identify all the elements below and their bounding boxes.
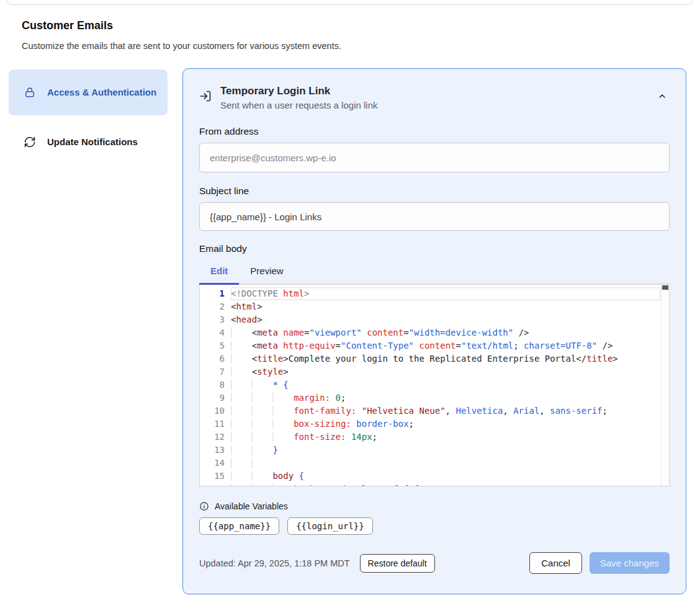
email-body-tabs: Edit Preview xyxy=(199,261,670,285)
code-line[interactable]: <meta http-equiv="Content-Type" content=… xyxy=(231,339,660,352)
variable-chip-login-url[interactable]: {{login_url}} xyxy=(287,517,373,535)
subject-line-label: Subject line xyxy=(199,186,670,197)
temporary-login-link-panel: Temporary Login Link Sent when a user re… xyxy=(182,68,686,594)
subject-line-input[interactable] xyxy=(199,202,670,231)
code-line[interactable]: <style> xyxy=(231,365,660,378)
restore-default-button[interactable]: Restore default xyxy=(360,554,435,573)
code-line[interactable]: body { xyxy=(231,470,660,483)
sidebar-item-access-authentication[interactable]: Access & Authentication xyxy=(9,69,168,115)
code-line[interactable]: } xyxy=(231,444,660,457)
code-line[interactable]: font-family: "Helvetica Neue", Helvetica… xyxy=(231,405,660,418)
updated-timestamp: Updated: Apr 29, 2025, 1:18 PM MDT xyxy=(199,558,350,568)
collapse-button[interactable] xyxy=(655,89,670,104)
code-line[interactable]: <title>Complete your login to the Replic… xyxy=(231,352,660,365)
code-line[interactable]: margin: 0; xyxy=(231,391,660,405)
panel-footer: Updated: Apr 29, 2025, 1:18 PM MDT Resto… xyxy=(199,552,670,574)
editor-gutter: 12345678910111213141516 xyxy=(200,287,225,486)
from-address-input[interactable] xyxy=(199,143,670,172)
page-title: Customer Emails xyxy=(22,19,113,32)
refresh-icon xyxy=(24,136,36,148)
code-line[interactable] xyxy=(231,457,660,470)
panel-subtitle: Sent when a user requests a login link xyxy=(220,99,377,112)
sidebar-item-label: Update Notifications xyxy=(47,135,138,150)
code-line[interactable]: font-size: 14px; xyxy=(231,431,660,444)
code-line[interactable]: background-color: #f6f9fc; xyxy=(231,483,660,486)
log-in-icon xyxy=(199,90,212,102)
tab-preview[interactable]: Preview xyxy=(239,261,294,284)
code-line[interactable]: box-sizing: border-box; xyxy=(231,418,660,431)
code-line[interactable]: <meta name="viewport" content="width=dev… xyxy=(231,326,660,339)
code-line[interactable]: <html> xyxy=(231,300,660,313)
variable-chip-app-name[interactable]: {{app_name}} xyxy=(199,517,279,535)
info-icon xyxy=(199,501,209,511)
previous-card-bottom-edge xyxy=(6,0,694,5)
panel-header: Temporary Login Link Sent when a user re… xyxy=(199,84,670,112)
sidebar: Access & Authentication Update Notificat… xyxy=(9,69,168,156)
editor-code[interactable]: <!DOCTYPE html><html><head> <meta name="… xyxy=(231,287,660,486)
lock-icon xyxy=(24,86,36,99)
tab-edit[interactable]: Edit xyxy=(199,261,239,284)
panel-title: Temporary Login Link xyxy=(220,84,377,99)
code-line[interactable]: <!DOCTYPE html> xyxy=(231,287,660,300)
save-changes-button[interactable]: Save changes xyxy=(590,552,670,574)
editor-scrollbar-thumb[interactable] xyxy=(662,285,668,290)
variable-chips: {{app_name}} {{login_url}} xyxy=(199,517,670,535)
code-line[interactable]: * { xyxy=(231,378,660,391)
available-variables-row: Available Variables xyxy=(199,501,670,511)
sidebar-item-label: Access & Authentication xyxy=(47,85,156,100)
panel-header-text: Temporary Login Link Sent when a user re… xyxy=(220,84,377,112)
sidebar-item-update-notifications[interactable]: Update Notifications xyxy=(9,128,168,156)
email-body-label: Email body xyxy=(199,243,670,254)
available-variables-label: Available Variables xyxy=(215,501,288,511)
code-line[interactable]: <head> xyxy=(231,313,660,326)
page-subtitle: Customize the emails that are sent to yo… xyxy=(22,41,341,51)
from-address-label: From address xyxy=(199,126,670,137)
cancel-button[interactable]: Cancel xyxy=(529,552,582,574)
editor-scrollbar xyxy=(661,285,669,486)
code-editor[interactable]: 12345678910111213141516 <!DOCTYPE html><… xyxy=(199,285,670,486)
chevron-up-icon xyxy=(657,91,667,101)
